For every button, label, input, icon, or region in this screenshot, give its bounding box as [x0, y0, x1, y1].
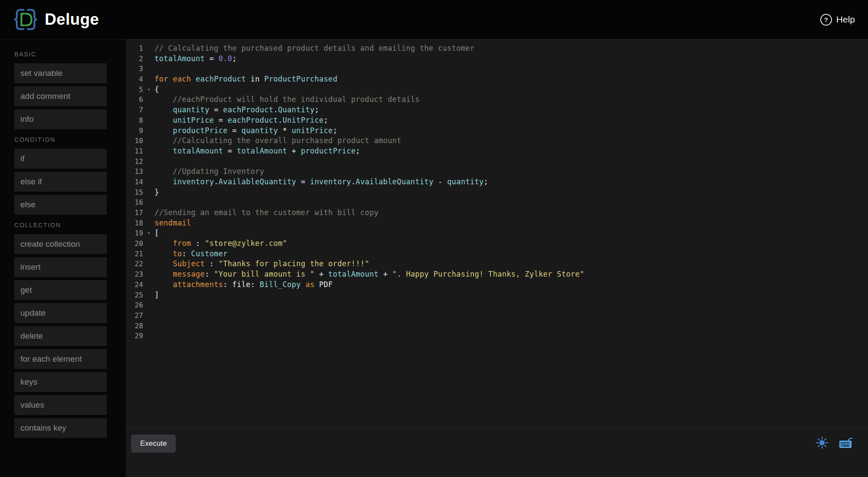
code-token: // Calculating the purchased product det…	[155, 44, 474, 52]
code-token: AvailableQuantity	[356, 177, 434, 186]
line-number: 7	[126, 105, 143, 115]
line-number: 3	[126, 64, 143, 74]
code-token: quantity	[241, 126, 278, 135]
sidebar-item-info[interactable]: info	[14, 109, 107, 129]
code-token: ;	[315, 105, 319, 114]
code-token	[301, 280, 306, 289]
help-button[interactable]: ? Help	[820, 14, 855, 26]
code-text: //Sending an email to the customer with …	[155, 208, 378, 218]
code-token: eachProduct	[228, 116, 278, 124]
sidebar-item-label: keys	[20, 377, 37, 387]
line-number: 4	[126, 74, 143, 85]
code-token: totalAmount	[173, 147, 223, 155]
code-line: 14 inventory.AvailableQuantity = invento…	[126, 177, 868, 187]
sidebar-item-get[interactable]: get	[14, 280, 107, 300]
sidebar-item-label: create collection	[20, 239, 80, 249]
code-line: 27	[126, 310, 868, 321]
sidebar-item-create-collection[interactable]: create collection	[14, 234, 107, 254]
code-line: 1// Calculating the purchased product de…	[126, 43, 868, 54]
sidebar-item-else[interactable]: else	[14, 195, 107, 215]
code-token: //Calculating the overall purchased prod…	[173, 136, 401, 145]
fold-arrow-icon[interactable]: ▾	[143, 228, 155, 238]
sidebar-item-delete[interactable]: delete	[14, 326, 107, 346]
fold-spacer	[143, 43, 155, 54]
fold-spacer	[143, 300, 155, 310]
sidebar-item-update[interactable]: update	[14, 303, 107, 323]
sidebar-item-insert[interactable]: insert	[14, 257, 107, 277]
code-line: 16	[126, 197, 868, 208]
sidebar-item-set-variable[interactable]: set variable	[14, 63, 107, 83]
code-token: .	[351, 177, 356, 186]
line-number: 13	[126, 167, 143, 177]
fold-spacer	[143, 146, 155, 157]
line-number: 25	[126, 290, 143, 301]
line-number: 9	[126, 126, 143, 136]
fold-spacer	[143, 259, 155, 269]
fold-spacer	[143, 238, 155, 249]
line-number: 6	[126, 95, 143, 105]
code-token: 0.0	[219, 54, 233, 63]
code-token	[155, 280, 173, 289]
execute-button[interactable]: Execute	[131, 435, 176, 453]
code-token	[155, 116, 173, 124]
code-token: sendmail	[155, 219, 191, 227]
sidebar: BASICset variableadd commentinfoCONDITIO…	[0, 39, 126, 477]
fold-spacer	[143, 167, 155, 177]
code-editor[interactable]: 1// Calculating the purchased product de…	[126, 39, 868, 428]
code-token: to	[173, 249, 182, 258]
code-token	[155, 105, 173, 114]
code-line: 29	[126, 331, 868, 341]
sidebar-item-add-comment[interactable]: add comment	[14, 86, 107, 106]
fold-spacer	[143, 95, 155, 105]
code-line: 19▾[	[126, 228, 868, 238]
code-token: =	[214, 116, 228, 124]
brightness-theme-toggle-icon[interactable]	[816, 437, 828, 449]
code-token: "Thanks for placing the order!!!"	[219, 259, 370, 268]
sidebar-item-label: delete	[20, 331, 43, 341]
fold-spacer	[143, 126, 155, 136]
code-token: totalAmount	[328, 270, 378, 278]
code-text: message: "Your bill amount is " + totalA…	[155, 269, 584, 280]
code-token: {	[155, 85, 159, 94]
line-number: 17	[126, 208, 143, 218]
code-text: inventory.AvailableQuantity = inventory.…	[155, 177, 488, 187]
code-line: 28	[126, 321, 868, 331]
line-number: 28	[126, 321, 143, 331]
code-line: 21 to: Customer	[126, 249, 868, 259]
footer-icons	[816, 435, 852, 449]
sidebar-item-else-if[interactable]: else if	[14, 172, 107, 192]
line-number: 8	[126, 115, 143, 126]
sidebar-item-keys[interactable]: keys	[14, 372, 107, 392]
code-token: =	[223, 147, 237, 155]
sidebar-item-for-each-element[interactable]: for each element	[14, 349, 107, 369]
code-token: :	[182, 249, 191, 258]
fold-spacer	[143, 249, 155, 259]
code-line: 2totalAmount = 0.0;	[126, 54, 868, 64]
code-line: 25]	[126, 290, 868, 301]
code-token: Quantity	[278, 105, 314, 114]
code-token: +	[315, 270, 329, 278]
sidebar-item-if[interactable]: if	[14, 149, 107, 169]
code-token	[155, 147, 173, 155]
code-token: :	[191, 239, 205, 248]
code-token: =	[228, 126, 242, 135]
sidebar-item-contains-key[interactable]: contains key	[14, 418, 107, 438]
sidebar-item-values[interactable]: values	[14, 395, 107, 415]
code-token: ". Happy Purchasing! Thanks, Zylker Stor…	[392, 270, 584, 278]
code-token: PDF	[315, 280, 333, 289]
line-number: 5	[126, 85, 143, 95]
code-text: sendmail	[155, 218, 191, 229]
keyboard-shortcuts-icon[interactable]	[838, 436, 852, 449]
line-number: 29	[126, 331, 143, 341]
line-number: 27	[126, 310, 143, 321]
main-content: BASICset variableadd commentinfoCONDITIO…	[0, 39, 868, 477]
line-number: 1	[126, 43, 143, 54]
sidebar-item-label: add comment	[20, 91, 70, 101]
code-line: 4for each eachProduct in ProductPurchase…	[126, 74, 868, 85]
code-token: totalAmount	[155, 54, 205, 63]
code-token: quantity	[447, 177, 483, 186]
fold-arrow-icon[interactable]: ▾	[143, 85, 155, 95]
code-token: =	[296, 177, 310, 186]
code-token	[155, 126, 173, 135]
sidebar-item-label: get	[20, 285, 32, 295]
